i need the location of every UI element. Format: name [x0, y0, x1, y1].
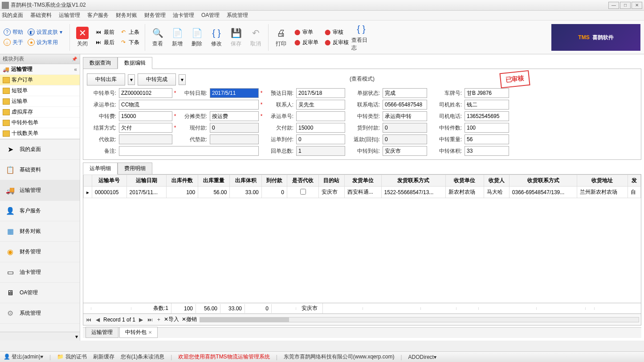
phone-input[interactable]: [383, 100, 427, 110]
detail-grid[interactable]: 运输单号运输日期出库件数出库重量出库体积到付款是否代收目的站发货单位发货联系方式…: [83, 174, 641, 303]
sidebar-item[interactable]: 运输单: [0, 96, 80, 107]
nav-add-icon[interactable]: +: [156, 317, 161, 323]
dropdown-icon[interactable]: ▾: [128, 74, 135, 85]
viewlog-button[interactable]: { }查看日志: [351, 23, 371, 52]
sidebar-cat[interactable]: ▭油卡管理: [0, 262, 80, 283]
col-header[interactable]: 运输单号: [92, 175, 127, 187]
ado-link[interactable]: ADODirect▾: [408, 354, 436, 360]
dropdown-icon[interactable]: ▾: [179, 74, 186, 85]
prev-button[interactable]: ↶上条: [120, 28, 139, 36]
col-header[interactable]: 到付款: [261, 175, 287, 187]
menu-item[interactable]: 客户服务: [87, 12, 109, 19]
reaudit-button[interactable]: ⬤反审单: [293, 39, 318, 46]
transfer-done-button[interactable]: 中转完成: [138, 73, 176, 85]
col-header[interactable]: 运输日期: [126, 175, 166, 187]
zcount-input[interactable]: [465, 123, 509, 133]
col-header[interactable]: 收货单位: [446, 175, 484, 187]
cert-link[interactable]: 📁 我的证书: [57, 353, 86, 361]
close-button[interactable]: ✕关闭: [73, 23, 92, 52]
status-input[interactable]: [383, 88, 427, 98]
menu-item[interactable]: 系统管理: [227, 12, 248, 19]
help-link[interactable]: ?帮助: [4, 28, 23, 36]
sidebar-cat[interactable]: 🚚运输管理: [0, 180, 80, 201]
col-header[interactable]: 出库体积: [230, 175, 261, 187]
close-window-button[interactable]: ✕: [632, 2, 642, 9]
sidebar-item[interactable]: 客户订单: [0, 75, 80, 85]
col-header[interactable]: 出库件数: [166, 175, 198, 187]
col-header[interactable]: 出库重量: [198, 175, 230, 187]
col-header[interactable]: 收货联系方式: [509, 175, 577, 187]
transfer-no-input[interactable]: [119, 88, 172, 98]
nav-last-icon[interactable]: ⏭: [147, 317, 154, 323]
contact-input[interactable]: [296, 100, 345, 110]
reapprove-button[interactable]: ⬤反审核: [324, 39, 349, 46]
sidebar-item[interactable]: 十线数关单: [0, 128, 80, 139]
setdefault-link[interactable]: ★设为常用: [28, 39, 62, 46]
sidebar-root[interactable]: 🚚运输管理«: [0, 64, 80, 75]
menu-item[interactable]: 财务对账: [116, 12, 137, 19]
table-row[interactable]: ▸000001052017/5/11...10056.0033.000安庆市西安…: [84, 187, 641, 198]
sidebar-cat[interactable]: ▦财务对账: [0, 221, 80, 242]
sidebar-item[interactable]: 短驳单: [0, 85, 80, 96]
alloc-input[interactable]: [210, 111, 259, 121]
driver-input[interactable]: [465, 100, 509, 110]
transfer-out-button[interactable]: 中转出库: [87, 73, 125, 85]
import-button[interactable]: ✕导入: [164, 316, 179, 323]
chevron-down-icon[interactable]: ▾: [75, 334, 78, 340]
menu-item[interactable]: 运输管理: [59, 12, 80, 19]
logout-link[interactable]: 👤 登出(admin)▾: [4, 353, 43, 361]
company-link[interactable]: 东莞市喜鹊网络科技有限公司(www.xqerp.com): [284, 353, 395, 361]
menu-item[interactable]: 油卡管理: [173, 12, 194, 19]
edit-button[interactable]: { }修改: [207, 23, 226, 52]
tab-fee-detail[interactable]: 费用明细: [118, 163, 152, 175]
menu-item[interactable]: OA管理: [201, 12, 220, 19]
audit-button[interactable]: ⬤审单: [293, 28, 318, 36]
sidebar-cat[interactable]: 📋基础资料: [0, 160, 80, 180]
print-button[interactable]: 🖨打印: [271, 23, 291, 52]
sidebar-cat[interactable]: ⚙系统管理: [0, 303, 80, 324]
sidebar-cat[interactable]: ◉财务管理: [0, 242, 80, 262]
tab-query[interactable]: 数据查询: [83, 57, 118, 69]
sidebar-cat[interactable]: 🖥OA管理: [0, 283, 80, 303]
pin-icon[interactable]: 📌: [72, 57, 77, 61]
close-tab-icon[interactable]: ✕: [148, 330, 152, 335]
col-header[interactable]: 发货联系方式: [381, 175, 446, 187]
about-link[interactable]: ⌂关于: [4, 39, 23, 46]
menu-item[interactable]: 我的桌面: [2, 12, 23, 19]
tab-edit[interactable]: 数据编辑: [118, 57, 152, 69]
eta-input[interactable]: [296, 88, 345, 98]
transfer-date-input[interactable]: [210, 88, 259, 98]
carrier-input[interactable]: [119, 100, 259, 110]
nav-next-icon[interactable]: ▶: [138, 317, 144, 323]
freightcod-input[interactable]: [296, 134, 345, 144]
approve-button[interactable]: ⬤审核: [324, 28, 349, 36]
add-button[interactable]: 📄新增: [167, 23, 187, 52]
next-button[interactable]: ↷下条: [120, 39, 139, 46]
skin-link[interactable]: ◧设置皮肤 ▾: [28, 28, 62, 36]
col-header[interactable]: 是否代收: [287, 175, 319, 187]
cno-input[interactable]: [296, 111, 345, 121]
zstation-input[interactable]: [383, 146, 427, 156]
minimize-button[interactable]: —: [608, 2, 619, 9]
unread-msg[interactable]: 您有(1)条未读消息: [121, 353, 165, 361]
ztype-input[interactable]: [383, 111, 427, 121]
checkbox[interactable]: [300, 189, 306, 195]
tab-waybill-detail[interactable]: 运单明细: [83, 163, 118, 175]
menu-item[interactable]: 基础资料: [30, 12, 52, 19]
zvol-input[interactable]: [465, 146, 509, 156]
scrollbar[interactable]: [200, 317, 639, 322]
sidebar-cat[interactable]: 👤客户服务: [0, 201, 80, 221]
maximize-button[interactable]: □: [620, 2, 631, 9]
sidebar-item[interactable]: 中转外包单: [0, 118, 80, 128]
col-header[interactable]: 收货地址: [577, 175, 628, 187]
bottom-tab[interactable]: 中转外包✕: [119, 327, 158, 338]
first-button[interactable]: ⏮最前: [95, 28, 114, 36]
credit-input[interactable]: [296, 123, 345, 133]
last-button[interactable]: ⏭最后: [95, 39, 114, 46]
menu-item[interactable]: 财务管理: [144, 12, 166, 19]
col-header[interactable]: 发货单位: [344, 175, 381, 187]
view-button[interactable]: 🔍查看: [148, 23, 167, 52]
dphone-input[interactable]: [465, 111, 509, 121]
bottom-tab[interactable]: 运输管理: [86, 327, 118, 338]
col-header[interactable]: 目的站: [319, 175, 344, 187]
